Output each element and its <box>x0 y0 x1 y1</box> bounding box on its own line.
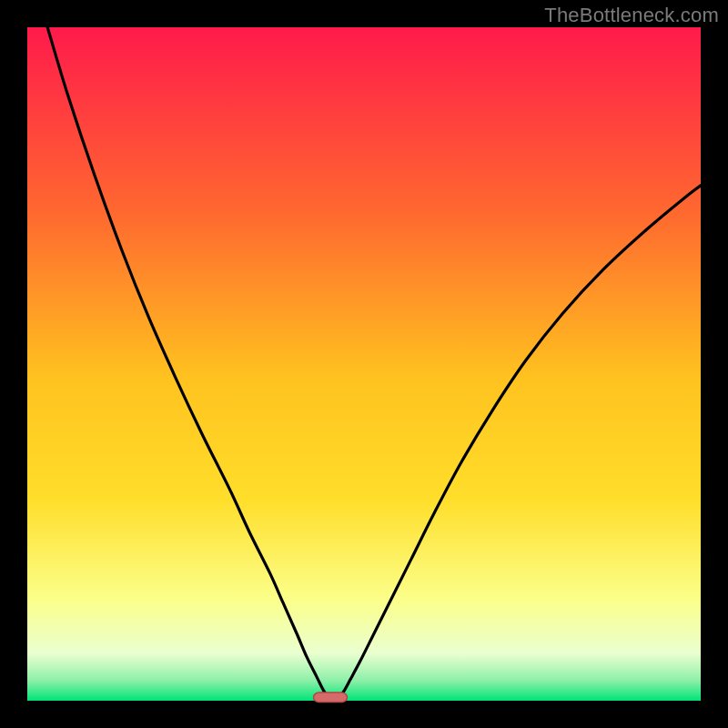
plot-background <box>27 27 701 701</box>
chart-frame: TheBottleneck.com <box>0 0 728 728</box>
cusp-marker <box>314 693 348 702</box>
attribution-text: TheBottleneck.com <box>544 4 719 27</box>
bottleneck-chart <box>0 0 728 728</box>
